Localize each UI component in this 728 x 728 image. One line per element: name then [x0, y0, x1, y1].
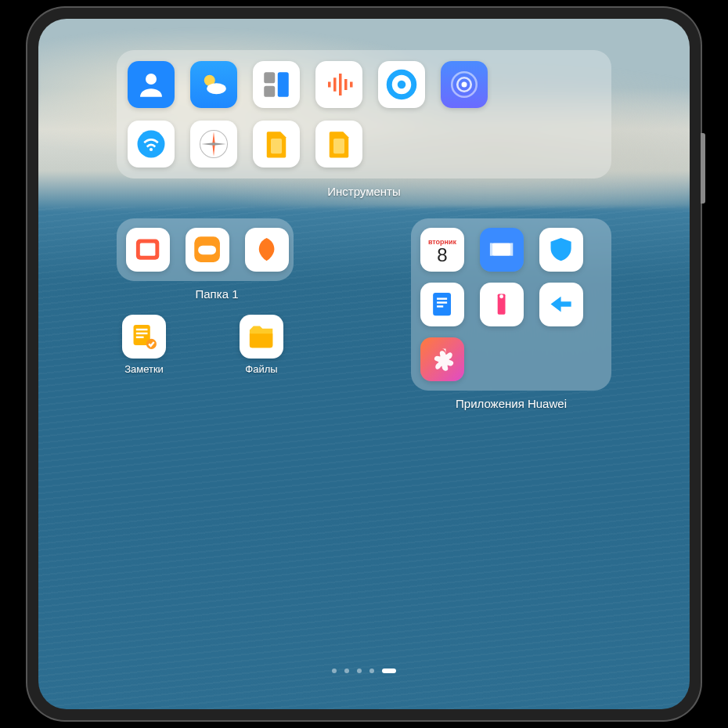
app-files[interactable]: Файлы: [234, 315, 289, 375]
files-icon: [240, 315, 283, 359]
calendar-day: 8: [437, 246, 447, 265]
svg-rect-35: [437, 302, 447, 304]
page-dot[interactable]: [369, 669, 374, 673]
folder-huawei[interactable]: вторник 8: [411, 218, 611, 391]
game-controller-icon[interactable]: [186, 228, 229, 272]
svg-rect-5: [264, 86, 275, 97]
app-notes[interactable]: Заметки: [117, 315, 171, 375]
svg-point-17: [150, 148, 153, 151]
folder-huawei-label: Приложения Huawei: [411, 397, 611, 410]
transfer-icon[interactable]: [539, 283, 583, 326]
svg-point-38: [500, 295, 504, 299]
calendar-icon[interactable]: вторник 8: [420, 228, 464, 272]
page-dot-active[interactable]: [382, 669, 396, 673]
contacts-icon[interactable]: [128, 61, 175, 108]
app-notes-label: Заметки: [124, 363, 164, 375]
svg-rect-19: [271, 139, 282, 153]
shield-icon[interactable]: [539, 228, 583, 272]
svg-rect-32: [510, 243, 513, 256]
svg-rect-27: [136, 333, 148, 334]
svg-rect-8: [339, 74, 342, 96]
svg-rect-20: [333, 139, 344, 153]
weather-icon[interactable]: [190, 61, 237, 108]
folder-1-label: Папка 1: [117, 287, 317, 301]
folder-1[interactable]: [117, 218, 294, 281]
calculator-icon[interactable]: [253, 61, 300, 108]
svg-rect-34: [437, 298, 447, 300]
svg-point-15: [462, 82, 467, 88]
folder-tools[interactable]: [117, 50, 611, 178]
compass-icon[interactable]: [190, 121, 237, 168]
svg-rect-30: [492, 243, 512, 256]
sim-icon[interactable]: [253, 121, 300, 168]
sim-icon[interactable]: [315, 121, 362, 168]
svg-point-12: [398, 81, 406, 89]
svg-rect-9: [344, 79, 348, 90]
power-button[interactable]: [701, 133, 705, 204]
notes-icon: [122, 315, 166, 359]
page-dot[interactable]: [357, 669, 362, 673]
flower-icon[interactable]: [420, 337, 464, 381]
svg-point-0: [146, 74, 157, 85]
device-frame: Инструменты: [27, 8, 701, 720]
svg-rect-24: [199, 246, 217, 254]
svg-rect-28: [136, 337, 144, 338]
svg-rect-36: [437, 306, 443, 308]
svg-rect-3: [264, 72, 275, 83]
document-icon[interactable]: [420, 283, 464, 326]
app-files-label: Файлы: [245, 363, 277, 375]
svg-rect-4: [278, 72, 289, 97]
svg-rect-22: [140, 243, 156, 256]
svg-rect-6: [328, 82, 331, 88]
folder-tools-label: Инструменты: [117, 185, 611, 198]
svg-point-2: [207, 83, 226, 94]
page-dot[interactable]: [332, 669, 337, 673]
info-icon[interactable]: [480, 283, 524, 326]
disc-icon[interactable]: [378, 61, 425, 108]
svg-rect-31: [490, 243, 492, 256]
find-device-icon[interactable]: [441, 61, 488, 108]
svg-rect-10: [350, 82, 353, 88]
page-dot[interactable]: [344, 669, 349, 673]
book-icon[interactable]: [126, 228, 170, 272]
svg-rect-26: [136, 329, 148, 330]
petal-icon[interactable]: [245, 228, 289, 272]
svg-rect-33: [434, 293, 452, 315]
svg-rect-7: [333, 77, 337, 92]
video-icon[interactable]: [480, 228, 524, 272]
wifi-icon[interactable]: [128, 121, 175, 168]
home-screen[interactable]: Инструменты: [38, 19, 690, 709]
page-indicator[interactable]: [332, 669, 396, 673]
recorder-icon[interactable]: [315, 61, 362, 108]
